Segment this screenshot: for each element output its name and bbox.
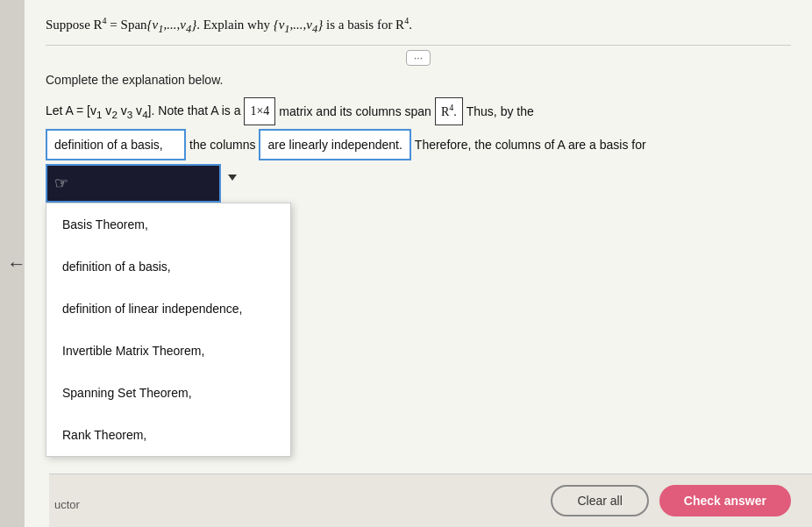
menu-item-basis-theorem[interactable]: Basis Theorem, xyxy=(46,203,290,246)
clear-all-button[interactable]: Clear all xyxy=(551,485,648,516)
matrix-size-box: 1×4 xyxy=(244,97,275,125)
dropdown1-value: definition of a basis, xyxy=(54,138,163,152)
dots-container: ··· xyxy=(46,49,791,66)
span-set-box: R4. xyxy=(435,97,463,126)
dropdown1-container: definition of a basis, xyxy=(46,129,186,160)
dropdown3-container[interactable]: ☞ Basis Theorem, definition of a basis, … xyxy=(46,164,221,203)
the-columns-text: the columns xyxy=(189,132,255,157)
header-question: Suppose R4 = Span{v1,...,v4}. Explain wh… xyxy=(46,14,791,46)
back-arrow-icon[interactable]: ← xyxy=(7,253,26,275)
matrix-text: matrix and its columns span xyxy=(279,99,431,124)
dropdown2-selected[interactable]: are linearly independent. xyxy=(259,129,410,160)
check-answer-button[interactable]: Check answer xyxy=(659,485,791,516)
question-text: Suppose R4 = Span{v1,...,v4}. Explain wh… xyxy=(46,18,412,32)
dropdown3-selected-dark[interactable]: ☞ xyxy=(46,164,221,203)
let-a-text: Let A = [v1 v2 v3 v4]. Note that A is a xyxy=(46,98,240,125)
explanation-area: Let A = [v1 v2 v3 v4]. Note that A is a … xyxy=(46,97,791,203)
explanation-line1: Let A = [v1 v2 v3 v4]. Note that A is a … xyxy=(46,97,791,126)
cursor-icon: ☞ xyxy=(54,167,68,199)
dropdown3-menu: Basis Theorem, definition of a basis, de… xyxy=(46,203,291,457)
menu-item-spanning-set[interactable]: Spanning Set Theorem, xyxy=(46,372,290,414)
explanation-line2: definition of a basis, the columns are l… xyxy=(46,129,791,160)
dropdown3-arrow-icon[interactable] xyxy=(228,174,237,181)
dropdown2-value: are linearly independent. xyxy=(267,138,402,152)
thus-text: Thus, by the xyxy=(467,99,534,124)
main-content: Suppose R4 = Span{v1,...,v4}. Explain wh… xyxy=(25,0,812,527)
menu-item-definition-linear-independence[interactable]: definition of linear independence, xyxy=(46,288,290,330)
bottom-bar: uctor Clear all Check answer xyxy=(49,474,812,527)
dots-button[interactable]: ··· xyxy=(406,50,431,66)
menu-item-definition-basis[interactable]: definition of a basis, xyxy=(46,246,290,288)
explanation-line3[interactable]: ☞ Basis Theorem, definition of a basis, … xyxy=(46,164,791,203)
menu-item-rank-theorem[interactable]: Rank Theorem, xyxy=(46,414,290,456)
dropdown1-selected[interactable]: definition of a basis, xyxy=(46,129,186,160)
left-panel: ← xyxy=(0,0,25,527)
therefore-text: Therefore, the columns of A are a basis … xyxy=(415,132,646,157)
uctor-label: uctor xyxy=(54,498,80,511)
complete-label: Complete the explanation below. xyxy=(46,73,791,87)
menu-item-invertible-matrix[interactable]: Invertible Matrix Theorem, xyxy=(46,330,290,372)
dropdown2-container: are linearly independent. xyxy=(259,129,410,160)
